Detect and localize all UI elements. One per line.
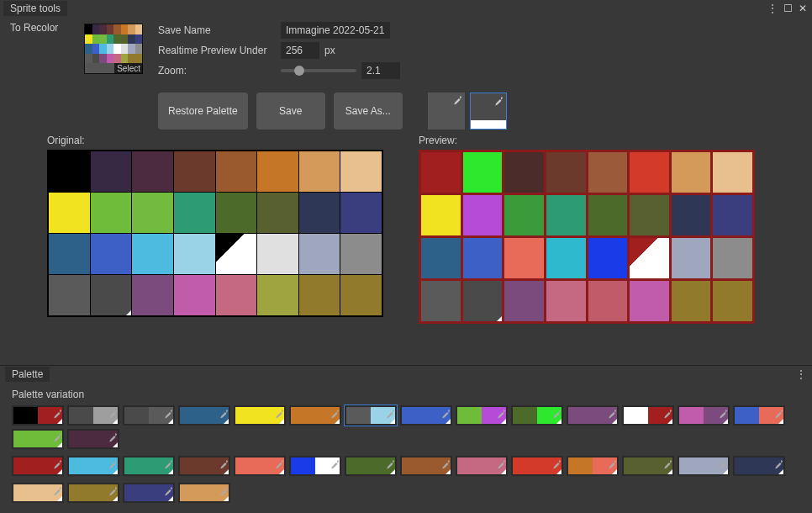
palette-cell[interactable] <box>132 275 173 315</box>
palette-cell[interactable] <box>91 193 132 233</box>
palette-variation[interactable] <box>678 456 730 476</box>
palette-variation[interactable] <box>733 405 785 426</box>
palette-variation[interactable] <box>289 456 341 476</box>
palette-variation[interactable] <box>567 456 619 476</box>
palette-cell[interactable] <box>299 275 340 315</box>
maximize-icon[interactable]: ☐ <box>782 3 794 14</box>
zoom-input[interactable] <box>361 62 400 79</box>
palette-variation[interactable] <box>178 456 230 476</box>
restore-palette-button[interactable]: Restore Palette <box>158 93 248 130</box>
palette-variation[interactable] <box>511 405 563 426</box>
palette-cell[interactable] <box>216 275 257 315</box>
palette-cell[interactable] <box>91 275 132 315</box>
palette-cell[interactable] <box>463 238 503 278</box>
palette-variation[interactable] <box>678 405 730 426</box>
palette-cell[interactable] <box>174 234 215 274</box>
palette-variation[interactable] <box>567 405 619 426</box>
palette-cell[interactable] <box>504 238 544 278</box>
preview-palette-grid[interactable] <box>419 150 755 324</box>
palette-cell[interactable] <box>257 151 298 192</box>
palette-variation[interactable] <box>622 405 674 426</box>
palette-variation[interactable] <box>234 405 286 426</box>
palette-variation[interactable] <box>12 429 64 449</box>
zoom-slider[interactable] <box>281 69 356 72</box>
palette-cell[interactable] <box>132 234 173 274</box>
palette-cell[interactable] <box>421 152 461 193</box>
palette-variation[interactable] <box>123 456 175 476</box>
palette-cell[interactable] <box>421 238 461 278</box>
palette-variation[interactable] <box>12 456 64 476</box>
kebab-icon[interactable]: ⋮ <box>767 3 778 14</box>
palette-variation[interactable] <box>123 405 175 426</box>
close-icon[interactable]: ✕ <box>797 3 809 14</box>
palette-cell[interactable] <box>257 275 298 315</box>
palette-variation[interactable] <box>123 483 175 503</box>
palette-cell[interactable] <box>340 151 382 192</box>
palette-variation[interactable] <box>345 456 397 476</box>
save-name-input[interactable] <box>281 22 390 39</box>
palette-cell[interactable] <box>713 238 752 278</box>
tab-palette[interactable]: Palette <box>5 367 50 382</box>
palette-cell[interactable] <box>546 152 586 193</box>
palette-variation[interactable] <box>456 456 508 476</box>
palette-cell[interactable] <box>463 195 503 235</box>
save-as-button[interactable]: Save As... <box>334 93 403 130</box>
palette-variation[interactable] <box>67 405 119 426</box>
palette-cell[interactable] <box>340 193 382 233</box>
palette-cell[interactable] <box>91 151 132 192</box>
palette-cell[interactable] <box>504 195 544 235</box>
recolor-thumbnail[interactable]: Select <box>84 24 143 74</box>
palette-variation[interactable] <box>67 456 119 476</box>
palette-cell[interactable] <box>49 193 90 233</box>
palette-cell[interactable] <box>546 238 586 278</box>
palette-cell[interactable] <box>174 275 215 315</box>
palette-cell[interactable] <box>49 275 90 315</box>
palette-cell[interactable] <box>504 152 544 193</box>
palette-variation[interactable] <box>67 483 119 503</box>
palette-cell[interactable] <box>630 195 669 235</box>
color-swatch-b[interactable] <box>470 93 507 130</box>
palette-variation[interactable] <box>178 405 230 426</box>
palette-cell[interactable] <box>588 238 628 278</box>
palette-cell[interactable] <box>421 281 461 321</box>
palette-variation[interactable] <box>622 456 674 476</box>
palette-cell[interactable] <box>257 234 298 274</box>
palette-cell[interactable] <box>672 238 711 278</box>
palette-cell[interactable] <box>713 281 752 321</box>
palette-cell[interactable] <box>504 281 544 321</box>
tab-sprite-tools[interactable]: Sprite tools <box>3 1 67 16</box>
palette-cell[interactable] <box>421 195 461 235</box>
palette-cell[interactable] <box>463 281 503 321</box>
palette-cell[interactable] <box>713 152 752 193</box>
palette-cell[interactable] <box>672 152 711 193</box>
palette-variation[interactable] <box>12 483 64 503</box>
palette-variation[interactable] <box>400 405 452 426</box>
palette-cell[interactable] <box>49 234 90 274</box>
palette-cell[interactable] <box>91 234 132 274</box>
palette-cell[interactable] <box>216 151 257 192</box>
palette-variation[interactable] <box>289 405 341 426</box>
palette-variation[interactable] <box>12 405 64 426</box>
palette-cell[interactable] <box>463 152 503 193</box>
palette-variation[interactable] <box>511 456 563 476</box>
palette-variation[interactable] <box>178 483 230 503</box>
palette-variation[interactable] <box>400 456 452 476</box>
palette-cell[interactable] <box>630 152 669 193</box>
palette-cell[interactable] <box>588 152 628 193</box>
kebab-icon[interactable]: ⋮ <box>795 368 807 380</box>
palette-cell[interactable] <box>49 151 90 192</box>
palette-cell[interactable] <box>299 234 340 274</box>
palette-cell[interactable] <box>216 193 257 233</box>
palette-variation[interactable] <box>234 456 286 476</box>
palette-cell[interactable] <box>630 238 669 278</box>
palette-cell[interactable] <box>672 195 711 235</box>
palette-variation[interactable] <box>345 405 397 426</box>
save-button[interactable]: Save <box>256 93 325 130</box>
palette-variation[interactable] <box>67 429 119 449</box>
palette-cell[interactable] <box>340 234 382 274</box>
palette-variation[interactable] <box>456 405 508 426</box>
palette-cell[interactable] <box>672 281 711 321</box>
palette-cell[interactable] <box>630 281 669 321</box>
palette-cell[interactable] <box>299 151 340 192</box>
palette-cell[interactable] <box>588 195 628 235</box>
